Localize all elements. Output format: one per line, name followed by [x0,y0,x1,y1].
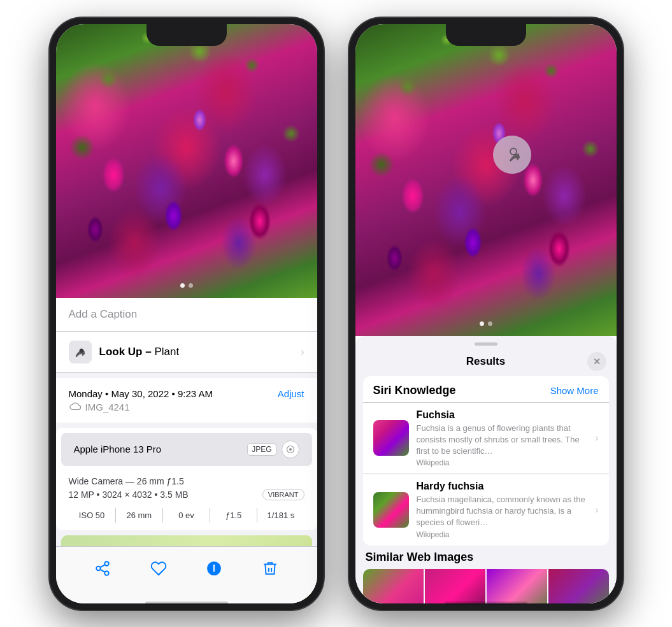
phone-1: Add a Caption Look Up – Plant › [50,18,324,610]
lookup-chevron-icon: › [301,346,304,358]
home-indicator-2 [445,602,527,605]
exif-iso: ISO 50 [69,508,116,523]
fuchsia-source: Wikipedia [417,458,588,467]
similar-img-3[interactable] [487,569,547,603]
resolution-spec: 12 MP • 3024 × 4032 • 3.5 MB [69,490,189,500]
device-name: Apple iPhone 13 Pro [74,444,162,454]
home-indicator-1 [145,602,228,605]
flower-overlay-1 [56,24,317,298]
results-close-button[interactable]: ✕ [587,352,606,371]
hardy-chevron-icon: › [595,504,598,516]
hero-photo-1[interactable] [56,24,317,298]
svg-point-1 [289,448,292,451]
bottom-toolbar: i [56,546,317,603]
camera-specs: Wide Camera — 26 mm ƒ1.5 12 MP • 3024 × … [56,471,317,503]
delete-button[interactable] [256,554,284,582]
dot-3 [480,321,484,326]
similar-images-grid[interactable] [363,569,609,603]
notch-2 [446,24,526,46]
page-indicator-2 [480,321,492,326]
format-badge: JPEG [247,443,276,456]
meta-date: Monday • May 30, 2022 • 9:23 AM [69,388,213,399]
phone-2: Results ✕ Siri Knowledge Show More Fuchs… [349,18,623,610]
lens-spec: Wide Camera — 26 mm ƒ1.5 [69,476,184,486]
visual-lookup-bubble[interactable] [493,136,531,174]
flower-overlay-2 [355,24,617,336]
lookup-row[interactable]: Look Up – Plant › [56,332,317,373]
similar-img-2[interactable] [425,569,485,603]
location-icon [282,440,299,458]
device-row: Apple iPhone 13 Pro JPEG [61,433,312,466]
page-indicator [180,283,193,288]
dot-2 [189,283,193,288]
resolution-row: 12 MP • 3024 × 4032 • 3.5 MB VIBRANT [69,489,304,500]
fuchsia-thumb [373,420,409,456]
caption-row[interactable]: Add a Caption [56,298,317,332]
device-badges: JPEG [247,440,299,458]
favorite-button[interactable] [145,554,173,582]
fuchsia-desc: Fuchsia is a genus of flowering plants t… [417,423,588,458]
siri-knowledge-title: Siri Knowledge [373,384,456,397]
caption-placeholder[interactable]: Add a Caption [69,308,138,320]
meta-filename: IMG_4241 [69,402,304,412]
style-badge: VIBRANT [262,489,304,500]
share-button[interactable] [89,554,117,582]
show-more-button[interactable]: Show More [550,385,599,396]
results-panel: Results ✕ Siri Knowledge Show More Fuchs… [355,336,617,603]
fuchsia-chevron-icon: › [595,432,598,444]
similar-img-4[interactable] [548,569,609,603]
fuchsia-content: Fuchsia Fuchsia is a genus of flowering … [417,409,588,468]
knowledge-item-fuchsia[interactable]: Fuchsia Fuchsia is a genus of flowering … [363,402,609,474]
dot-1 [180,283,185,288]
siri-header: Siri Knowledge Show More [363,376,609,402]
dot-4 [488,321,492,326]
hardy-desc: Fuchsia magellanica, commonly known as t… [417,494,588,529]
similar-section: Similar Web Images [355,551,617,603]
filename: IMG_4241 [85,402,130,412]
similar-img-1[interactable] [363,569,424,603]
hardy-source: Wikipedia [417,530,588,539]
lookup-label: Look Up – Plant [99,346,294,358]
results-title: Results [385,355,587,368]
svg-point-4 [213,565,215,567]
lens-row: Wide Camera — 26 mm ƒ1.5 [69,476,304,486]
screen-1: Add a Caption Look Up – Plant › [56,24,317,603]
exif-focal: 26 mm [116,508,163,523]
hardy-name: Hardy fuchsia [417,481,588,492]
meta-section: Monday • May 30, 2022 • 9:23 AM Adjust I… [56,378,317,423]
similar-title: Similar Web Images [363,551,609,564]
device-section: Apple iPhone 13 Pro JPEG [56,428,317,530]
info-button[interactable]: i [200,554,228,582]
exif-aperture: ƒ1.5 [210,508,257,523]
notch [147,24,227,46]
exif-shutter: 1/181 s [257,508,304,523]
siri-knowledge-section: Siri Knowledge Show More Fuchsia Fuchsia… [363,376,609,546]
lookup-icon [69,341,92,363]
meta-date-row: Monday • May 30, 2022 • 9:23 AM Adjust [69,388,304,399]
results-header: Results ✕ [355,346,617,376]
exif-ev: 0 ev [163,508,210,523]
knowledge-item-hardy[interactable]: Hardy fuchsia Fuchsia magellanica, commo… [363,474,609,546]
screen-2: Results ✕ Siri Knowledge Show More Fuchs… [355,24,617,603]
hardy-content: Hardy fuchsia Fuchsia magellanica, commo… [417,481,588,539]
hero-photo-2[interactable] [355,24,617,336]
fuchsia-name: Fuchsia [417,409,588,421]
svg-point-5 [510,148,517,155]
hardy-thumb [373,492,409,528]
exif-row: ISO 50 26 mm 0 ev ƒ1.5 1/181 s [56,503,317,530]
adjust-button[interactable]: Adjust [278,388,304,399]
